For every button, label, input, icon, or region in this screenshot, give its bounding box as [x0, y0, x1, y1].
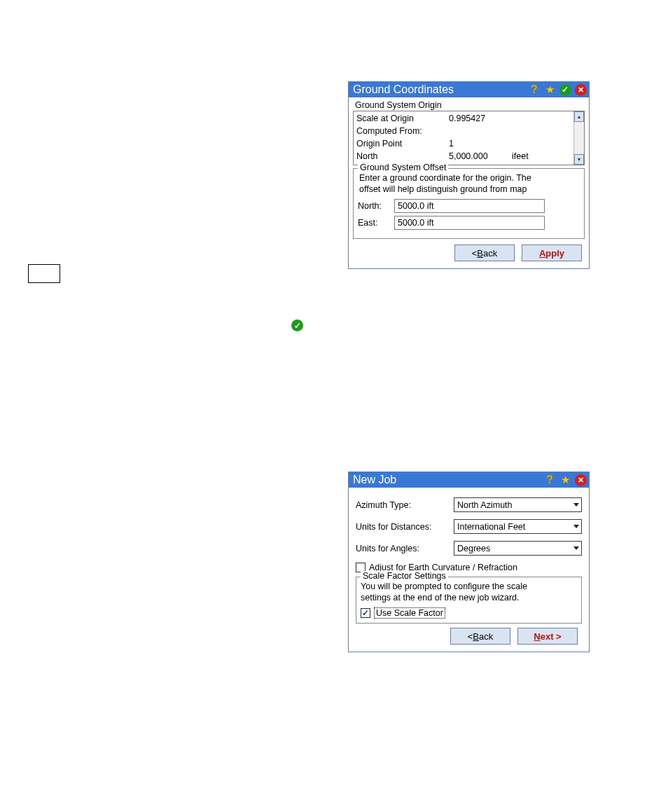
east-input[interactable] [394, 216, 545, 230]
table-row: North 5,000.000 ifeet [356, 150, 571, 163]
window-title: Ground Coordinates [353, 83, 525, 96]
chevron-down-icon[interactable] [571, 498, 581, 511]
close-icon[interactable]: ✕ [574, 474, 587, 486]
close-icon[interactable]: ✕ [574, 83, 587, 96]
window-title: New Job [353, 474, 541, 486]
table-row: Scale at Origin 0.995427 [356, 112, 571, 125]
origin-section-label: Ground System Origin [352, 99, 586, 111]
favorite-star-icon[interactable]: ★ [559, 474, 571, 486]
azimuth-type-dropdown[interactable]: North Azimuth [454, 497, 582, 512]
new-job-window: New Job ? ★ ✕ Azimuth Type: North Azimut… [348, 472, 590, 652]
scale-factor-group: Scale Factor Settings You will be prompt… [356, 577, 582, 624]
chevron-down-icon[interactable] [571, 542, 581, 555]
use-scale-factor-checkbox[interactable]: ✓ [361, 608, 370, 618]
scale-factor-legend: Scale Factor Settings [361, 571, 448, 581]
dropdown-value: North Azimuth [454, 500, 571, 510]
sf-desc-line1: You will be prompted to configure the sc… [361, 582, 527, 591]
ground-coordinates-window: Ground Coordinates ? ★ ✓ ✕ Ground System… [348, 81, 590, 269]
offset-description: Enter a ground coordinate for the origin… [359, 173, 580, 195]
offset-legend: Ground System Offset [358, 163, 448, 172]
row-label: Origin Point [356, 139, 449, 149]
help-icon[interactable]: ? [543, 474, 556, 486]
empty-box [28, 264, 60, 283]
north-input[interactable] [394, 199, 545, 213]
distance-units-label: Units for Distances: [356, 522, 454, 532]
ground-offset-group: Ground System Offset Enter a ground coor… [353, 168, 585, 239]
angle-units-dropdown[interactable]: Degrees [454, 541, 582, 556]
row-value: 1 [449, 139, 512, 149]
scroll-down-icon[interactable]: ▾ [574, 154, 584, 165]
ok-check-icon: ✓ [291, 319, 303, 331]
table-row: Computed From: [356, 125, 571, 137]
vertical-scrollbar[interactable]: ▴ ▾ [573, 111, 584, 165]
north-label: North: [358, 201, 394, 211]
dropdown-value: International Feet [454, 522, 571, 532]
table-row: Origin Point 1 [356, 137, 571, 150]
dropdown-value: Degrees [454, 544, 571, 553]
scroll-track[interactable] [574, 122, 584, 154]
apply-button[interactable]: Apply [522, 245, 582, 261]
row-value: 5,000.000 [449, 151, 512, 161]
use-scale-factor-label: Use Scale Factor [374, 607, 445, 619]
offset-desc-line2: offset will help distinguish ground from… [359, 184, 527, 194]
sf-desc-line2: settings at the end of the new job wizar… [361, 593, 520, 603]
titlebar: Ground Coordinates ? ★ ✓ ✕ [349, 82, 589, 97]
row-label: Scale at Origin [356, 113, 449, 123]
row-value: 0.995427 [449, 113, 512, 123]
distance-units-dropdown[interactable]: International Feet [454, 519, 582, 534]
angle-units-label: Units for Angles: [356, 544, 454, 553]
row-label: Computed From: [356, 126, 449, 136]
back-button[interactable]: < Back [454, 245, 515, 261]
favorite-star-icon[interactable]: ★ [543, 83, 556, 96]
offset-desc-line1: Enter a ground coordinate for the origin… [359, 173, 531, 183]
back-button[interactable]: < Back [450, 628, 510, 645]
help-icon[interactable]: ? [528, 83, 541, 96]
scale-factor-description: You will be prompted to configure the sc… [361, 582, 577, 603]
azimuth-type-label: Azimuth Type: [356, 500, 454, 510]
east-label: East: [358, 218, 394, 228]
titlebar: New Job ? ★ ✕ [349, 472, 589, 488]
ok-icon[interactable]: ✓ [559, 83, 571, 96]
scroll-up-icon[interactable]: ▴ [574, 111, 584, 122]
next-button[interactable]: Next > [517, 628, 578, 645]
row-unit: ifeet [512, 151, 571, 161]
row-label: North [356, 151, 449, 161]
origin-data-panel: Scale at Origin 0.995427 Computed From: … [353, 111, 585, 165]
chevron-down-icon[interactable] [571, 520, 581, 533]
